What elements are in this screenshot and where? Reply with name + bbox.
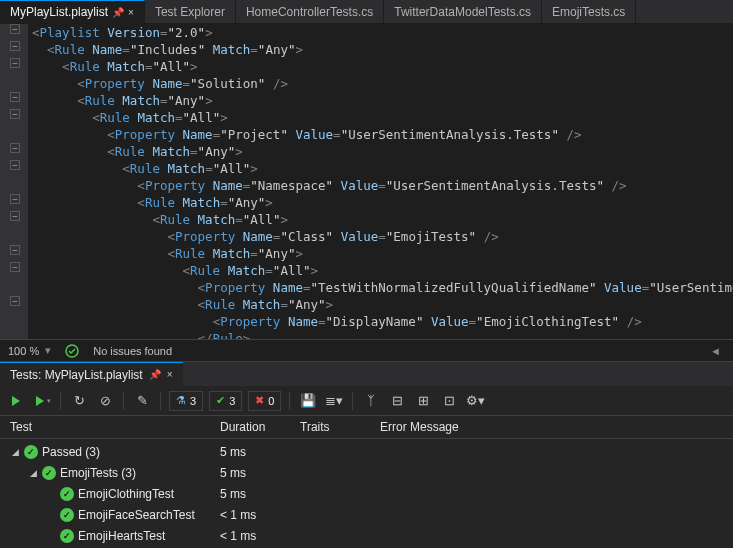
tab-label: EmojiTests.cs xyxy=(552,5,625,19)
flask-icon: ⚗ xyxy=(176,394,186,407)
failed-tests-pill[interactable]: ✖ 0 xyxy=(248,391,281,411)
pass-icon: ✓ xyxy=(60,487,74,501)
fold-icon[interactable]: − xyxy=(10,24,20,34)
code-line[interactable]: </Rule> xyxy=(0,330,733,339)
code-line[interactable]: <Property Name="Project" Value="UserSent… xyxy=(0,126,733,143)
test-row[interactable]: ✓EmojiHeartsTest< 1 ms xyxy=(0,525,733,546)
group-by-button[interactable]: ⊟ xyxy=(387,391,407,411)
fold-icon[interactable]: − xyxy=(10,262,20,272)
test-row[interactable]: ✓EmojiClothingTest5 ms xyxy=(0,483,733,504)
test-row[interactable]: ✓EmojiFaceSearchTest< 1 ms xyxy=(0,504,733,525)
tab-label: MyPlayList.playlist xyxy=(10,5,108,19)
code-line[interactable]: −<Playlist Version="2.0"> xyxy=(0,24,733,41)
test-panel-tabs: Tests: MyPlayList.playlist 📌 × xyxy=(0,362,733,386)
column-header-error[interactable]: Error Message xyxy=(380,420,733,434)
playlist-button[interactable]: ≣▾ xyxy=(324,391,344,411)
fold-icon[interactable]: − xyxy=(10,160,20,170)
fold-icon[interactable]: − xyxy=(10,143,20,153)
tab-twitterdata[interactable]: TwitterDataModelTests.cs xyxy=(384,0,542,23)
pin-icon[interactable]: 📌 xyxy=(112,7,124,18)
test-label: EmojiHeartsTest xyxy=(78,529,165,543)
scroll-left-icon[interactable]: ◄ xyxy=(706,345,725,357)
run-all-button[interactable] xyxy=(6,391,26,411)
repeat-button[interactable]: ↻ xyxy=(69,391,89,411)
fold-icon[interactable]: − xyxy=(10,41,20,51)
test-rows: ◢✓Passed (3)5 ms◢✓EmojiTests (3)5 ms✓Emo… xyxy=(0,439,733,548)
column-header-traits[interactable]: Traits xyxy=(300,420,380,434)
expander-icon[interactable]: ◢ xyxy=(10,447,20,457)
test-label: EmojiTests (3) xyxy=(60,466,136,480)
total-tests-pill[interactable]: ⚗ 3 xyxy=(169,391,203,411)
column-header-duration[interactable]: Duration xyxy=(220,420,300,434)
test-label: Passed (3) xyxy=(42,445,100,459)
code-line[interactable]: − <Rule Match="Any"> xyxy=(0,245,733,262)
test-duration: 5 ms xyxy=(220,445,300,459)
tab-emojitests[interactable]: EmojiTests.cs xyxy=(542,0,636,23)
test-duration: < 1 ms xyxy=(220,529,300,543)
tab-test-explorer[interactable]: Test Explorer xyxy=(145,0,236,23)
fold-icon[interactable]: − xyxy=(10,92,20,102)
fail-icon: ✖ xyxy=(255,394,264,407)
code-line[interactable]: − <Rule Match="All"> xyxy=(0,262,733,279)
cancel-button[interactable]: ⊘ xyxy=(95,391,115,411)
filter-button[interactable]: ᛉ xyxy=(361,391,381,411)
run-button[interactable]: ▾ xyxy=(32,391,52,411)
columns-button[interactable]: ⊞ xyxy=(413,391,433,411)
code-editor[interactable]: −<Playlist Version="2.0">− <Rule Name="I… xyxy=(0,24,733,339)
save-button[interactable]: 💾 xyxy=(298,391,318,411)
tab-label: TwitterDataModelTests.cs xyxy=(394,5,531,19)
dropdown-icon[interactable]: ▾ xyxy=(45,344,51,357)
code-line[interactable]: − <Rule Name="Includes" Match="Any"> xyxy=(0,41,733,58)
expand-button[interactable]: ⊡ xyxy=(439,391,459,411)
test-label: EmojiClothingTest xyxy=(78,487,174,501)
tab-homecontroller[interactable]: HomeControllerTests.cs xyxy=(236,0,384,23)
fold-icon[interactable]: − xyxy=(10,194,20,204)
fold-icon[interactable]: − xyxy=(10,245,20,255)
code-line[interactable]: <Property Name="Solution" /> xyxy=(0,75,733,92)
edit-button[interactable]: ✎ xyxy=(132,391,152,411)
pin-icon[interactable]: 📌 xyxy=(149,369,161,380)
code-line[interactable]: <Property Name="Class" Value="EmojiTests… xyxy=(0,228,733,245)
close-icon[interactable]: × xyxy=(128,7,134,18)
code-line[interactable]: <Property Name="DisplayName" Value="Emoj… xyxy=(0,313,733,330)
code-line[interactable]: <Property Name="TestWithNormalizedFullyQ… xyxy=(0,279,733,296)
tab-label: Test Explorer xyxy=(155,5,225,19)
fold-icon[interactable]: − xyxy=(10,58,20,68)
expander-icon[interactable]: ◢ xyxy=(28,468,38,478)
code-line[interactable]: − <Rule Match="All"> xyxy=(0,211,733,228)
issues-label: No issues found xyxy=(93,345,172,357)
passed-tests-pill[interactable]: ✔ 3 xyxy=(209,391,242,411)
test-panel-tab[interactable]: Tests: MyPlayList.playlist 📌 × xyxy=(0,362,183,386)
pass-icon: ✓ xyxy=(60,508,74,522)
pass-icon: ✓ xyxy=(24,445,38,459)
code-line[interactable]: − <Rule Match="Any"> xyxy=(0,296,733,313)
column-header-test[interactable]: Test xyxy=(0,420,220,434)
close-icon[interactable]: × xyxy=(167,369,173,380)
fold-icon[interactable]: − xyxy=(10,296,20,306)
pass-icon: ✓ xyxy=(60,529,74,543)
passed-count: 3 xyxy=(229,395,235,407)
test-duration: < 1 ms xyxy=(220,508,300,522)
test-label: EmojiFaceSearchTest xyxy=(78,508,195,522)
test-toolbar: ▾ ↻ ⊘ ✎ ⚗ 3 ✔ 3 ✖ 0 💾 ≣▾ ᛉ ⊟ ⊞ ⊡ ⚙▾ xyxy=(0,386,733,416)
test-row[interactable]: ◢✓Passed (3)5 ms xyxy=(0,441,733,462)
document-tabs: MyPlayList.playlist 📌 × Test Explorer Ho… xyxy=(0,0,733,24)
fold-icon[interactable]: − xyxy=(10,109,20,119)
zoom-level[interactable]: 100 % xyxy=(8,345,39,357)
test-explorer-panel: Tests: MyPlayList.playlist 📌 × ▾ ↻ ⊘ ✎ ⚗… xyxy=(0,361,733,548)
settings-button[interactable]: ⚙▾ xyxy=(465,391,485,411)
test-row[interactable]: ◢✓EmojiTests (3)5 ms xyxy=(0,462,733,483)
test-duration: 5 ms xyxy=(220,487,300,501)
code-line[interactable]: − <Rule Match="All"> xyxy=(0,160,733,177)
code-line[interactable]: <Property Name="Namespace" Value="UserSe… xyxy=(0,177,733,194)
editor-status-bar: 100 % ▾ No issues found ◄ xyxy=(0,339,733,361)
code-line[interactable]: − <Rule Match="All"> xyxy=(0,109,733,126)
code-line[interactable]: − <Rule Match="All"> xyxy=(0,58,733,75)
code-line[interactable]: − <Rule Match="Any"> xyxy=(0,143,733,160)
fold-icon[interactable]: − xyxy=(10,211,20,221)
code-line[interactable]: − <Rule Match="Any"> xyxy=(0,194,733,211)
tab-myplaylist[interactable]: MyPlayList.playlist 📌 × xyxy=(0,0,145,23)
test-duration: 5 ms xyxy=(220,466,300,480)
code-line[interactable]: − <Rule Match="Any"> xyxy=(0,92,733,109)
pass-icon: ✔ xyxy=(216,394,225,407)
